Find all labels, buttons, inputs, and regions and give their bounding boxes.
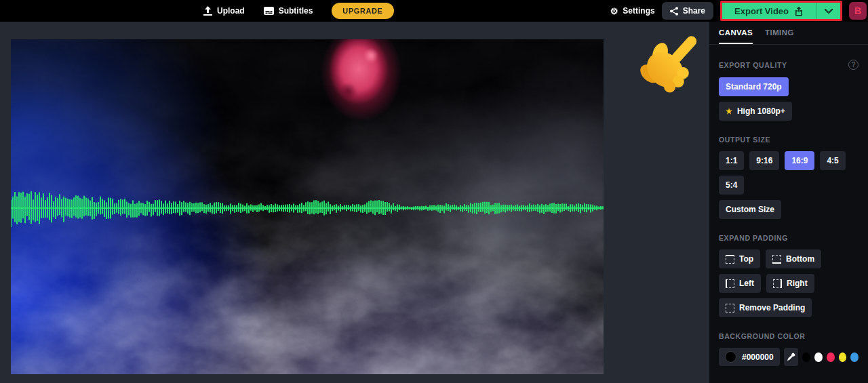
subtitles-button[interactable]: Subtitles <box>264 6 313 16</box>
expand-padding-label: EXPAND PADDING <box>719 234 788 242</box>
expand-padding-section: EXPAND PADDING Top Bottom Left Right <box>709 234 868 317</box>
padding-bottom-label: Bottom <box>786 254 814 264</box>
ratio-9-16-button[interactable]: 9:16 <box>749 151 779 170</box>
chevron-down-icon <box>825 9 833 14</box>
avatar[interactable]: B <box>849 2 867 20</box>
padding-left-label: Left <box>739 279 754 288</box>
swatch-blue[interactable] <box>850 352 859 362</box>
editor-workspace <box>0 22 709 383</box>
video-canvas[interactable] <box>11 39 604 374</box>
padding-right-icon <box>773 279 782 288</box>
share-label: Share <box>683 6 705 16</box>
pointing-hand-icon <box>632 24 705 100</box>
eyedropper-button[interactable] <box>784 348 799 366</box>
upload-button[interactable]: Upload <box>203 6 245 16</box>
padding-top-icon <box>726 255 734 264</box>
remove-padding-icon <box>726 304 734 313</box>
hex-value: #000000 <box>742 352 774 362</box>
quality-standard-button[interactable]: Standard 720p <box>719 77 789 96</box>
settings-button[interactable]: ⚙ Settings <box>610 6 655 16</box>
background-color-label: BACKGROUND COLOR <box>719 332 805 340</box>
export-quality-section: EXPORT QUALITY ? Standard 720p ★ High 10… <box>709 60 868 121</box>
remove-padding-label: Remove Padding <box>739 303 805 313</box>
padding-bottom-button[interactable]: Bottom <box>766 249 821 268</box>
background-color-section: BACKGROUND COLOR #000000 <box>709 332 868 366</box>
padding-right-label: Right <box>787 279 808 288</box>
padding-bottom-icon <box>772 255 781 264</box>
swatch-black[interactable] <box>802 352 810 362</box>
quality-high-button[interactable]: ★ High 1080p+ <box>719 102 792 121</box>
padding-left-icon <box>726 279 734 288</box>
export-icon <box>794 6 804 16</box>
tab-canvas[interactable]: CANVAS <box>719 28 753 44</box>
padding-top-label: Top <box>739 254 753 264</box>
padding-left-button[interactable]: Left <box>719 274 761 293</box>
ratio-16-9-button[interactable]: 16:9 <box>785 151 814 170</box>
export-video-label: Export Video <box>734 6 789 16</box>
share-button[interactable]: Share <box>662 2 713 20</box>
output-size-label: OUTPUT SIZE <box>719 136 770 144</box>
subtitles-icon <box>264 7 274 15</box>
quality-high-label: High 1080p+ <box>737 106 785 116</box>
export-highlight-box: Export Video <box>720 1 842 21</box>
subtitles-label: Subtitles <box>279 6 313 16</box>
upload-icon <box>203 6 212 16</box>
audio-waveform <box>11 39 604 374</box>
padding-top-button[interactable]: Top <box>719 249 760 268</box>
share-icon <box>670 7 678 16</box>
upload-label: Upload <box>217 6 245 16</box>
ratio-5-4-button[interactable]: 5:4 <box>719 176 744 195</box>
star-icon: ★ <box>726 107 732 116</box>
swatch-white[interactable] <box>814 352 823 362</box>
top-bar: Upload Subtitles UPGRADE ⚙ Settings Shar… <box>0 0 868 22</box>
help-icon[interactable]: ? <box>848 60 859 70</box>
remove-padding-button[interactable]: Remove Padding <box>719 298 812 317</box>
hex-color-button[interactable]: #000000 <box>719 348 780 366</box>
ratio-1-1-button[interactable]: 1:1 <box>719 151 744 170</box>
eyedropper-icon <box>787 352 795 361</box>
swatch-yellow[interactable] <box>839 352 847 362</box>
panel-tabs: CANVAS TIMING <box>709 22 868 45</box>
custom-size-button[interactable]: Custom Size <box>719 200 781 219</box>
settings-panel: CANVAS TIMING EXPORT QUALITY ? Standard … <box>709 22 868 383</box>
upgrade-button[interactable]: UPGRADE <box>332 3 393 19</box>
settings-label: Settings <box>623 6 654 16</box>
tab-timing[interactable]: TIMING <box>765 28 794 44</box>
output-size-section: OUTPUT SIZE 1:1 9:16 16:9 4:5 5:4 Custom… <box>709 136 868 219</box>
export-quality-label: EXPORT QUALITY <box>719 61 787 69</box>
export-video-button[interactable]: Export Video <box>722 3 816 19</box>
ratio-4-5-button[interactable]: 4:5 <box>820 151 845 170</box>
padding-right-button[interactable]: Right <box>766 274 814 293</box>
export-dropdown-button[interactable] <box>816 3 840 19</box>
current-color-swatch <box>725 351 736 363</box>
gear-icon: ⚙ <box>610 7 618 16</box>
swatch-pink[interactable] <box>827 352 835 362</box>
